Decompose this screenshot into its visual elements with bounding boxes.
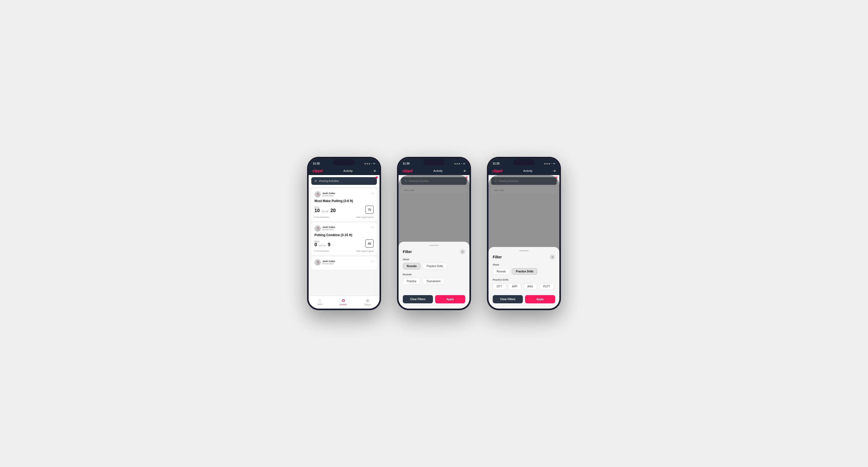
wifi-icon-1: ⌐ bbox=[371, 162, 372, 165]
user-date-1: 28 Feb 2023 bbox=[322, 195, 335, 197]
card-more-1[interactable]: ··· bbox=[371, 191, 374, 195]
dynamic-island-3 bbox=[513, 159, 534, 165]
shot-quality-badge-1: 75 bbox=[365, 206, 374, 214]
signal-icon-2: ▲▲▲ bbox=[454, 162, 460, 165]
user-text-2: Josh Coles 28 Feb 2023 bbox=[322, 226, 335, 231]
filter-tournament-btn-2[interactable]: Tournament bbox=[422, 278, 444, 284]
activity-card-1: Josh Coles 28 Feb 2023 ··· Must Make Put… bbox=[311, 189, 377, 221]
battery-icon-3: ▭ bbox=[553, 162, 555, 165]
data-source-2: Data: Clippd Capture bbox=[356, 250, 374, 252]
phone-1: 11:33 ▲▲▲ ⌐ ▭ clippd Activity ≡ ⚙ Viewin… bbox=[307, 157, 381, 310]
avatar-2 bbox=[314, 225, 321, 232]
user-name-1: Josh Coles bbox=[322, 192, 335, 195]
app-header-3: clippd Activity ≡ bbox=[489, 166, 559, 175]
user-name-3: Josh Coles bbox=[322, 260, 335, 262]
activities-icon-1: ♻ bbox=[341, 298, 345, 303]
stat-out-of-2: OUT OF bbox=[319, 245, 326, 246]
filter-sheet-2: Filter ✕ Show Rounds Practice Drills bbox=[399, 242, 469, 309]
notification-dot-1 bbox=[376, 176, 378, 179]
home-icon-1: ⌂ bbox=[318, 298, 321, 303]
filter-header-3: Filter ✕ bbox=[493, 254, 555, 260]
app-header-2: clippd Activity ≡ bbox=[399, 166, 469, 175]
filter-ott-btn-3[interactable]: OTT bbox=[493, 283, 506, 290]
viewing-banner-1[interactable]: ⚙ Viewing Activities bbox=[311, 177, 377, 185]
battery-icon-1: ▭ bbox=[373, 162, 375, 165]
filter-overlay-2: Filter ✕ Show Rounds Practice Drills bbox=[399, 175, 469, 309]
phone-3-screen: 11:33 ▲▲▲ ⌐ ▭ clippd Activity ≡ ⚙ Viewin… bbox=[489, 158, 559, 309]
activity-card-2: Josh Coles 28 Feb 2023 ··· Putting Combi… bbox=[311, 223, 377, 255]
data-source-1: Data: Clippd Capture bbox=[356, 216, 374, 218]
filter-handle-3 bbox=[519, 250, 529, 251]
filter-app-btn-3[interactable]: APP bbox=[508, 283, 521, 290]
card-1-header: Josh Coles 28 Feb 2023 ··· bbox=[314, 191, 374, 197]
filter-practice-drills-btn-3[interactable]: Practice Drills bbox=[512, 268, 537, 275]
nav-home-label-1: Home bbox=[317, 303, 322, 305]
battery-icon-2: ▭ bbox=[463, 162, 465, 165]
filter-header-2: Filter ✕ bbox=[403, 249, 465, 254]
filter-rounds-label-2: Rounds bbox=[403, 273, 465, 276]
filter-actions-2: Clear Filters Apply bbox=[403, 295, 465, 303]
stat-score-2: Score 0 OUT OF 9 bbox=[314, 240, 330, 247]
filter-rounds-btn-2[interactable]: Rounds bbox=[403, 263, 421, 270]
svg-point-2 bbox=[318, 194, 319, 195]
menu-icon-2[interactable]: ≡ bbox=[464, 169, 466, 173]
menu-icon-3[interactable]: ≡ bbox=[554, 169, 556, 173]
filter-drill-buttons-3: OTT APP ARG PUTT bbox=[493, 283, 555, 290]
test-info-text-2: Test Information bbox=[316, 250, 329, 252]
card-3-header: Josh Coles 28 Feb 2023 ··· bbox=[314, 259, 374, 266]
signal-icon-1: ▲▲▲ bbox=[364, 162, 371, 165]
filter-practice-btn-2[interactable]: Practice bbox=[403, 278, 420, 284]
svg-point-7 bbox=[316, 263, 319, 264]
avatar-1 bbox=[314, 191, 321, 197]
card-more-2[interactable]: ··· bbox=[371, 225, 374, 229]
avatar-3 bbox=[314, 259, 321, 266]
nav-capture-1[interactable]: ⊕ Capture bbox=[364, 298, 371, 305]
user-text-1: Josh Coles 28 Feb 2023 bbox=[322, 192, 335, 197]
header-title-2: Activity bbox=[433, 169, 443, 173]
phone-2: 11:33 ▲▲▲ ⌐ ▭ clippd Activity ≡ ⚙ Viewin… bbox=[397, 157, 471, 310]
menu-icon-1[interactable]: ≡ bbox=[374, 169, 376, 173]
filter-show-label-2: Show bbox=[403, 258, 465, 261]
stat-shots-value-2: 9 bbox=[328, 242, 330, 247]
filter-title-2: Filter bbox=[403, 250, 412, 254]
filter-overlay-3: Filter ✕ Show Rounds Practice Drills bbox=[489, 175, 559, 309]
viewing-banner-icon-1: ⚙ bbox=[314, 179, 317, 183]
wifi-icon-3: ⌐ bbox=[551, 162, 552, 165]
filter-close-icon-2: ✕ bbox=[462, 250, 464, 253]
header-title-3: Activity bbox=[523, 169, 533, 173]
shot-quality-badge-2: 45 bbox=[365, 239, 374, 248]
stat-shots-value-1: 20 bbox=[330, 208, 336, 213]
apply-btn-3[interactable]: Apply bbox=[525, 295, 555, 303]
filter-rounds-btn-3[interactable]: Rounds bbox=[493, 268, 509, 275]
nav-activities-1[interactable]: ♻ Activities bbox=[340, 298, 347, 305]
scene: 11:33 ▲▲▲ ⌐ ▭ clippd Activity ≡ ⚙ Viewin… bbox=[291, 141, 577, 326]
activity-title-2: Putting Combine (3-15 ft) bbox=[314, 233, 374, 238]
stats-row-1: Score 10 OUT OF 20 75 bbox=[314, 206, 374, 214]
filter-close-2[interactable]: ✕ bbox=[460, 249, 465, 254]
filter-practice-drills-btn-2[interactable]: Practice Drills bbox=[423, 263, 447, 270]
card-more-3[interactable]: ··· bbox=[371, 259, 374, 263]
card-footer-2: ℹ Test Information Data: Clippd Capture bbox=[314, 250, 374, 252]
status-time-3: 11:33 bbox=[493, 162, 500, 165]
filter-arg-btn-3[interactable]: ARG bbox=[523, 283, 537, 290]
filter-close-3[interactable]: ✕ bbox=[550, 254, 555, 260]
user-info-3: Josh Coles 28 Feb 2023 bbox=[314, 259, 335, 266]
card-2-header: Josh Coles 28 Feb 2023 ··· bbox=[314, 225, 374, 232]
filter-close-icon-3: ✕ bbox=[551, 256, 554, 259]
dynamic-island bbox=[334, 159, 355, 165]
nav-home-1[interactable]: ⌂ Home bbox=[317, 298, 322, 305]
clear-filters-btn-3[interactable]: Clear Filters bbox=[493, 295, 523, 303]
clear-filters-btn-2[interactable]: Clear Filters bbox=[403, 295, 433, 303]
svg-point-5 bbox=[318, 228, 319, 229]
svg-point-4 bbox=[316, 229, 319, 230]
nav-activities-label-1: Activities bbox=[340, 304, 347, 305]
stat-score-value-1: 10 bbox=[314, 208, 320, 213]
filter-putt-btn-3[interactable]: PUTT bbox=[539, 283, 554, 290]
svg-point-1 bbox=[316, 195, 319, 196]
apply-btn-2[interactable]: Apply bbox=[435, 295, 465, 303]
activities-list-1: Josh Coles 28 Feb 2023 ··· Must Make Put… bbox=[309, 187, 379, 295]
user-info-1: Josh Coles 28 Feb 2023 bbox=[314, 191, 335, 197]
status-icons-2: ▲▲▲ ⌐ ▭ bbox=[454, 162, 465, 165]
status-icons-3: ▲▲▲ ⌐ ▭ bbox=[544, 162, 555, 165]
stat-score-value-2: 0 bbox=[314, 242, 317, 247]
